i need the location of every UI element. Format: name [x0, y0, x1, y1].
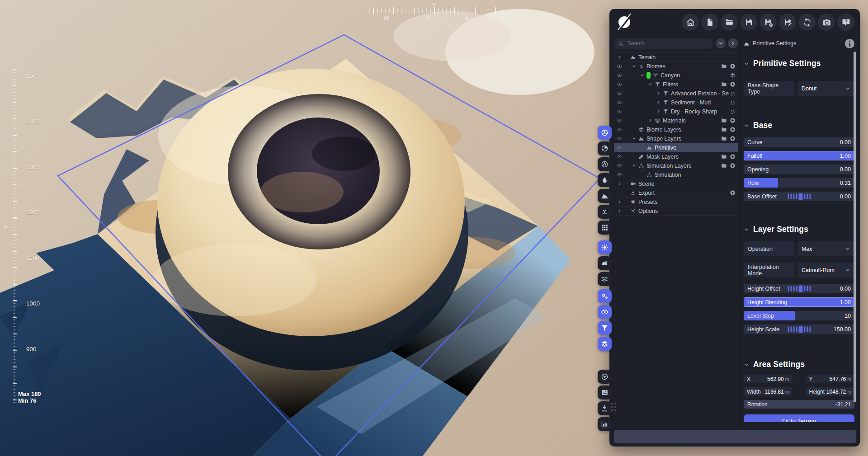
biome-view-button[interactable]	[598, 205, 612, 219]
left-panel-expander[interactable]	[2, 223, 9, 230]
layers-badge[interactable]	[730, 72, 736, 78]
new-group-button[interactable]	[721, 118, 727, 123]
visibility-button[interactable]	[598, 305, 612, 319]
visibility-toggle-icon[interactable]	[617, 90, 623, 96]
visibility-toggle-icon[interactable]	[617, 99, 623, 105]
tree-row-terrain[interactable]: Terrain	[614, 53, 738, 62]
refresh-node-button[interactable]	[730, 91, 736, 96]
search-box[interactable]	[614, 38, 713, 49]
add-node-button[interactable]	[730, 127, 736, 132]
area-settings-section-header[interactable]: Area Settings	[744, 360, 854, 369]
snapshot-button[interactable]	[598, 385, 612, 400]
add-node-button[interactable]	[730, 118, 736, 123]
info-button[interactable]	[845, 39, 854, 48]
add-node-button[interactable]	[730, 154, 736, 160]
chevron-right-icon[interactable]	[656, 91, 661, 96]
export-button[interactable]	[598, 401, 612, 415]
visibility-toggle-icon[interactable]	[617, 108, 623, 114]
panel-resize-grip[interactable]	[611, 403, 616, 411]
stats-button[interactable]	[598, 417, 612, 431]
terrain-view-button[interactable]	[598, 189, 612, 203]
new-group-button[interactable]	[721, 136, 727, 141]
visibility-toggle-icon[interactable]	[617, 136, 623, 141]
tree-row-simulation[interactable]: Simulation	[614, 170, 738, 179]
width-field[interactable]: Width1136.81m	[744, 387, 793, 396]
open-project-button[interactable]	[721, 14, 738, 31]
water-button[interactable]	[598, 272, 612, 286]
tree-row-export[interactable]: Export	[614, 188, 738, 197]
level-step-slider[interactable]: Level Step10	[744, 311, 854, 320]
visibility-toggle-icon[interactable]	[617, 63, 623, 69]
split-view-button[interactable]	[598, 141, 612, 155]
new-group-button[interactable]	[721, 163, 727, 169]
add-node-button[interactable]	[730, 136, 736, 141]
y-field[interactable]: Y547.76m	[806, 375, 855, 383]
home-button[interactable]	[682, 14, 699, 31]
x-field[interactable]: X562.90m	[744, 375, 793, 383]
new-group-button[interactable]	[721, 81, 727, 87]
grid-view-button[interactable]	[598, 221, 612, 235]
rotation-field[interactable]: Rotation -31.21	[744, 400, 854, 409]
search-input[interactable]	[627, 40, 709, 47]
tree-row-shape-layers[interactable]: Shape Layers	[614, 134, 738, 143]
new-group-button[interactable]	[721, 127, 727, 132]
height-field[interactable]: Height1048.72m	[806, 387, 855, 396]
save-copy-button[interactable]	[779, 14, 796, 31]
add-node-button[interactable]	[730, 63, 736, 69]
visibility-toggle-icon[interactable]	[617, 172, 623, 178]
tree-row-biome-layers[interactable]: Biome Layers	[614, 125, 738, 134]
add-node-button[interactable]	[730, 163, 736, 169]
help-button[interactable]	[837, 14, 854, 31]
record-button[interactable]	[598, 370, 612, 384]
chevron-down-icon[interactable]	[632, 163, 637, 168]
visibility-toggle-icon[interactable]	[617, 72, 623, 78]
shaded-view-button[interactable]	[598, 126, 612, 140]
chevron-right-icon[interactable]	[617, 199, 622, 204]
visibility-toggle-icon[interactable]	[617, 118, 623, 123]
chevron-right-icon[interactable]	[617, 208, 622, 213]
visibility-toggle-icon[interactable]	[617, 163, 623, 169]
chevron-right-icon[interactable]	[648, 118, 653, 123]
add-node-button[interactable]	[730, 81, 736, 87]
visibility-toggle-icon[interactable]	[617, 127, 623, 132]
height-scale-slider[interactable]: Height Scale150.00	[744, 324, 854, 334]
chevron-right-icon[interactable]	[656, 109, 661, 114]
new-project-button[interactable]	[701, 14, 718, 31]
chevron-down-icon[interactable]	[617, 55, 622, 60]
layers-button[interactable]	[598, 337, 612, 351]
visibility-toggle-icon[interactable]	[617, 145, 623, 150]
tree-row-canyon[interactable]: Canyon	[614, 71, 738, 80]
height-offset-slider[interactable]: Height Offset0.00	[744, 284, 854, 293]
chevron-down-icon[interactable]	[640, 73, 645, 78]
reload-button[interactable]	[798, 14, 816, 31]
height-blending-slider[interactable]: Height Blending1.00	[744, 297, 854, 307]
new-group-button[interactable]	[721, 63, 727, 69]
tree-row-filters[interactable]: Filters	[614, 80, 738, 89]
tree-row-advanced-erosion-se[interactable]: Advanced Erosion - Se	[614, 89, 738, 98]
filters-button[interactable]	[598, 321, 612, 335]
interpolation-mode-dropdown[interactable]: Catmull-Rom	[797, 263, 854, 277]
opening-slider[interactable]: Opening0.00	[744, 165, 854, 174]
tree-row-biomes[interactable]: Biomes	[614, 62, 738, 71]
hole-slider[interactable]: Hole0.31	[744, 178, 854, 188]
chevron-right-icon[interactable]	[617, 181, 622, 186]
tree-row-sediment-mud[interactable]: Sediment - Mud	[614, 98, 738, 107]
primitive-settings-section-header[interactable]: Primitive Settings	[744, 59, 854, 68]
falloff-slider[interactable]: Falloff1.00	[744, 151, 854, 160]
tree-row-simulation-layers[interactable]: Simulation Layers	[614, 161, 738, 170]
sun-button[interactable]	[598, 240, 612, 254]
chevron-down-icon[interactable]	[632, 136, 637, 141]
new-group-button[interactable]	[721, 154, 727, 160]
settings-scrollbar[interactable]	[854, 52, 856, 402]
base-shape-type-dropdown[interactable]: Donut	[797, 81, 854, 96]
visibility-toggle-icon[interactable]	[617, 81, 623, 87]
chevron-down-icon[interactable]	[632, 64, 637, 69]
curve-slider[interactable]: Curve0.00	[744, 137, 854, 147]
search-next-button[interactable]	[728, 38, 738, 48]
outline-view-button[interactable]	[598, 157, 612, 171]
clouds-button[interactable]	[598, 256, 612, 270]
chevron-right-icon[interactable]	[656, 100, 661, 105]
save-button[interactable]	[740, 14, 757, 31]
add-export-button[interactable]	[730, 190, 736, 196]
tree-row-scene[interactable]: Scene	[614, 179, 738, 188]
